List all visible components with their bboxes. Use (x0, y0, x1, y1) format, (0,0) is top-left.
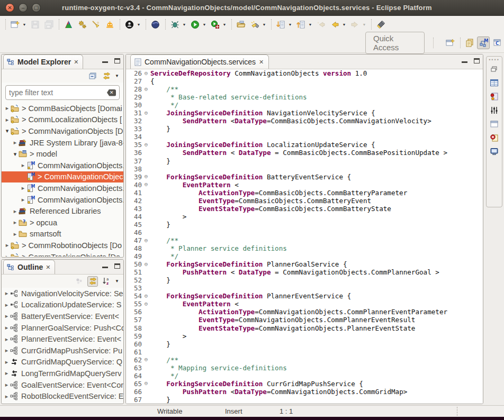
filter-input[interactable] (9, 88, 107, 97)
expander-icon[interactable]: ▸ (3, 381, 10, 388)
expander-icon[interactable]: ▸ (3, 313, 10, 319)
trim-drag-handle[interactable]: •••• (489, 58, 500, 62)
code-line[interactable]: 59 > (126, 332, 483, 340)
code-line[interactable]: 37 } (126, 157, 483, 165)
window-minimize-button[interactable]: – (19, 3, 28, 12)
console-view-button[interactable] (488, 145, 501, 158)
code-line[interactable]: 46 (126, 229, 483, 236)
code-line[interactable]: 58 EventStateType=CommNavigationObjects.… (126, 324, 483, 332)
code-line[interactable]: 56 ActivationType=CommNavigationObjects.… (126, 308, 483, 316)
code-line[interactable]: 29 * Base-related service-definitions (126, 93, 483, 101)
close-tab-icon[interactable]: ✕ (74, 59, 78, 66)
fold-marker-icon[interactable]: ⊖ (142, 182, 150, 187)
clean-broom-button[interactable] (89, 18, 102, 31)
expander-icon[interactable]: ▸ (3, 347, 10, 354)
code-line[interactable]: 39⊖ ForkingServiceDefinition BatteryEven… (126, 173, 483, 181)
code-line[interactable]: 28⊖ /** (126, 85, 483, 93)
expander-icon[interactable]: ▸ (4, 242, 11, 249)
tree-item[interactable]: ▸smartsoft (2, 229, 123, 240)
window-close-button[interactable]: ✕ (5, 3, 14, 12)
search-dropdown[interactable]: ▼ (262, 18, 267, 31)
window-maximize-button[interactable]: ▢ (32, 3, 41, 12)
expander-icon[interactable]: ▾ (4, 127, 11, 134)
fold-marker-icon[interactable]: ⊖ (142, 238, 150, 243)
resource-perspective-button[interactable] (463, 36, 476, 49)
fold-marker-icon[interactable]: ⊖ (142, 381, 150, 386)
maximize-editor-icon[interactable] (474, 58, 480, 63)
run-external-button[interactable] (209, 18, 221, 31)
outline-item[interactable]: ▸IPService: Push<CommMobil (2, 402, 123, 403)
fold-marker-icon[interactable]: ⊖ (142, 294, 150, 299)
outline-item[interactable]: ▸PlannerGoalService: Push<Co (2, 322, 123, 334)
code-line[interactable]: 61 (126, 348, 483, 356)
next-annotation-dropdown[interactable]: ▼ (287, 18, 293, 31)
fold-marker-icon[interactable]: ⊖ (142, 262, 150, 267)
tab-outline[interactable]: Outline ✕ (3, 260, 55, 274)
view-menu-icon[interactable]: ▼ (115, 279, 119, 284)
tree-item[interactable]: ▸MCommNavigationObjects.p (2, 160, 123, 171)
web-browser-button[interactable] (149, 18, 161, 31)
code-line[interactable]: 64 */ (126, 372, 483, 380)
previous-annotation-button[interactable] (294, 18, 307, 31)
link-with-editor-button[interactable] (87, 276, 98, 287)
new-wizard-button[interactable] (8, 18, 21, 31)
tree-item[interactable]: ▸JRE System Library [java-8-o (2, 137, 123, 149)
editor-tab[interactable]: CommNavigationObjects.services ✕ (130, 54, 269, 69)
mark-occurrences-button[interactable] (374, 18, 387, 31)
code-line[interactable]: 48 * Planner service definitions (126, 244, 483, 252)
fold-marker-icon[interactable]: ⊖ (142, 302, 150, 307)
code-line[interactable]: 50⊖ ForkingServiceDefinition PlannerGoal… (126, 260, 483, 268)
fold-marker-icon[interactable]: ⊖ (142, 174, 150, 179)
close-tab-icon[interactable]: ✕ (259, 59, 264, 66)
code-line[interactable]: 44 > (126, 213, 483, 221)
code-line[interactable]: 35⊖ JoiningServiceDefinition Localizatio… (126, 141, 483, 149)
outline-item[interactable]: ▸NavigationVelocityService: Se (2, 288, 123, 299)
tree-item[interactable]: ▸Referenced Libraries (2, 205, 123, 217)
tree-item[interactable]: ▸> CommTrackingObjects [Do (2, 251, 123, 257)
tree-item[interactable]: ▾> CommNavigationObjects [D (2, 125, 123, 137)
run-button[interactable] (188, 18, 201, 31)
tree-item[interactable]: ▾> model (2, 148, 123, 160)
code-line[interactable]: 31⊖ JoiningServiceDefinition NavigationV… (126, 109, 483, 117)
open-perspective-button[interactable] (444, 36, 456, 49)
minimize-editor-icon[interactable] (462, 58, 467, 63)
outline-item[interactable]: ▸CurrGridMapPushService: Pu (2, 345, 123, 357)
back-dropdown[interactable]: ▼ (341, 18, 347, 31)
run-external-dropdown[interactable]: ▼ (222, 18, 227, 31)
run-dropdown[interactable]: ▼ (202, 18, 207, 31)
search-button[interactable] (248, 18, 261, 31)
code-line[interactable]: 65⊖ ForkingServiceDefinition CurrGridMap… (126, 380, 483, 388)
restore-views-button[interactable] (488, 62, 501, 75)
tree-item[interactable]: ▸MCommNavigationObjects.l (2, 194, 123, 206)
tree-item[interactable]: ▸> CommRobotinoObjects [Do (2, 240, 123, 251)
expander-icon[interactable]: ▸ (12, 231, 19, 238)
expander-icon[interactable]: ▸ (4, 105, 11, 112)
code-line[interactable]: 47⊖ /** (126, 236, 483, 244)
validation-view-button[interactable] (488, 90, 501, 103)
code-line[interactable]: 33 } (126, 125, 483, 133)
outline-item[interactable]: ▸LongTermGridMapQueryServ (2, 368, 123, 379)
expander-icon[interactable]: ▸ (12, 219, 19, 226)
code-line[interactable]: 52 } (126, 276, 483, 284)
filters-view-button[interactable] (488, 104, 501, 116)
new-window-view-button[interactable] (488, 117, 501, 130)
code-line[interactable]: 66 PushPattern <DataType=CommNavigationO… (126, 388, 483, 396)
expander-icon[interactable]: ▸ (4, 253, 11, 257)
next-annotation-button[interactable] (274, 18, 287, 31)
code-line[interactable]: 38 (126, 165, 483, 173)
modeling-perspective-button[interactable]: M (477, 36, 490, 49)
cpp-perspective-button[interactable]: C (491, 36, 503, 49)
code-line[interactable]: 41 ActivationType=CommBasicObjects.CommB… (126, 189, 483, 197)
fold-marker-icon[interactable]: ⊖ (142, 87, 150, 92)
quick-access-button[interactable]: Quick Access (365, 32, 425, 54)
expander-icon[interactable]: ▸ (3, 336, 10, 343)
link-with-editor-button[interactable] (101, 71, 112, 81)
minimize-view-icon[interactable] (102, 58, 108, 63)
source-code[interactable]: 26⊖ServiceDefRepository CommNavigationOb… (126, 69, 483, 404)
code-line[interactable]: 55⊖ EventPattern < (126, 300, 483, 308)
maximize-view-icon[interactable] (114, 58, 120, 63)
tree-item[interactable]: M> CommNavigationObjects (2, 171, 123, 183)
tree-item[interactable]: ▸?> opcua (2, 217, 123, 229)
expander-icon[interactable]: ▸ (3, 370, 10, 377)
code-line[interactable]: 45 } (126, 221, 483, 229)
